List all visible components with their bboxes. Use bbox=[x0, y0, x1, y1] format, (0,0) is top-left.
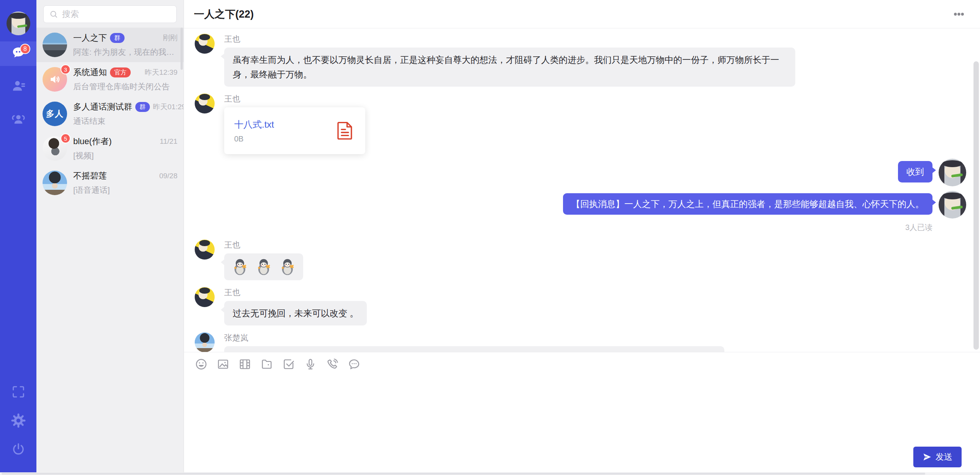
messages-scrollbar-thumb[interactable] bbox=[973, 61, 979, 350]
conversation-time: 昨天12:39 bbox=[141, 67, 177, 77]
file-button[interactable] bbox=[260, 358, 273, 371]
sender-avatar[interactable] bbox=[195, 34, 215, 54]
sender-name: 王也 bbox=[224, 34, 795, 44]
task-button[interactable] bbox=[282, 358, 295, 371]
message-bubble: 虽有幸生而为人，也不要以万物灵长自居，正是这种妄自尊大的想法，才阻碍了人类的进步… bbox=[224, 48, 795, 87]
unread-badge: 3 bbox=[61, 64, 71, 74]
file-attachment-card[interactable]: 十八式.txt 0B bbox=[224, 107, 365, 154]
penguin-sticker bbox=[230, 257, 250, 276]
sender-name: 张楚岚 bbox=[224, 332, 724, 343]
ellipsis-icon bbox=[952, 8, 965, 21]
send-label: 发送 bbox=[936, 451, 952, 463]
group-avatar bbox=[43, 33, 67, 57]
rail-bottom bbox=[0, 380, 36, 475]
sender-name: 王也 bbox=[224, 287, 367, 298]
search-box[interactable] bbox=[43, 5, 177, 23]
conversation-name: blue(作者) bbox=[73, 136, 112, 147]
chat-title: 一人之下(22) bbox=[194, 7, 254, 21]
contacts-icon bbox=[11, 78, 26, 95]
smiley-icon bbox=[195, 358, 208, 371]
emoji-picker-button[interactable] bbox=[195, 358, 208, 371]
nav-rail: 8 bbox=[0, 0, 36, 475]
blue-author-avatar: 5 bbox=[43, 136, 67, 161]
fullscreen-button[interactable] bbox=[0, 380, 36, 405]
groups-icon bbox=[11, 111, 26, 128]
message-incoming: 王也 过去无可挽回，未来可以改变 。 bbox=[195, 287, 966, 325]
call-button[interactable] bbox=[326, 358, 339, 371]
penguin-sticker bbox=[278, 257, 297, 276]
nav-contacts[interactable] bbox=[0, 74, 36, 99]
message-input[interactable] bbox=[195, 376, 969, 470]
search-input[interactable] bbox=[62, 9, 171, 19]
list-scrollbar-thumb[interactable] bbox=[181, 28, 183, 70]
folder-icon bbox=[260, 358, 273, 371]
send-button[interactable]: 发送 bbox=[913, 447, 962, 467]
group-badge: 群 bbox=[110, 33, 125, 43]
composer: 发送 bbox=[184, 352, 980, 475]
penguin-sticker bbox=[254, 257, 273, 276]
message-bubble: 过去无可挽回，未来可以改变 。 bbox=[224, 301, 367, 325]
conversation-item[interactable]: 3 系统通知 官方 昨天12:39 后台管理仓库临时关闭公告 bbox=[36, 62, 184, 97]
image-icon bbox=[217, 358, 230, 371]
sender-avatar[interactable] bbox=[195, 94, 215, 113]
composer-toolbar bbox=[195, 358, 969, 371]
avatar-text: 多人 bbox=[46, 108, 64, 120]
message-list: 王也 虽有幸生而为人，也不要以万物灵长自居，正是这种妄自尊大的想法，才阻碍了人类… bbox=[184, 28, 980, 352]
message-bubble: 【回执消息】一人之下，万人之上，但真正的强者，是那些能够超越自我、心怀天下的人。 bbox=[563, 193, 932, 215]
sender-name: 王也 bbox=[224, 240, 303, 250]
conversation-name: 多人通话测试群 bbox=[73, 101, 132, 113]
film-icon bbox=[238, 358, 251, 371]
conversation-name: 系统通知 bbox=[73, 67, 107, 78]
own-avatar[interactable] bbox=[939, 191, 966, 219]
search-area bbox=[36, 0, 184, 28]
sender-avatar[interactable] bbox=[195, 287, 215, 307]
system-notice-avatar: 3 bbox=[43, 67, 67, 92]
message-bubble: 作为朋友，现在的我没法保证救你逃出生天，我能保证的只有...如果你真的会遭遇到什… bbox=[224, 346, 724, 352]
message-incoming-file: 王也 十八式.txt 0B bbox=[195, 94, 966, 154]
group-badge: 群 bbox=[135, 102, 150, 112]
more-menu-button[interactable] bbox=[952, 8, 965, 21]
sender-name: 王也 bbox=[224, 94, 365, 104]
conversation-time: 昨天01:29 bbox=[150, 102, 184, 112]
video-button[interactable] bbox=[238, 358, 251, 371]
conversation-item[interactable]: 5 blue(作者) 11/21 [视频] bbox=[36, 131, 184, 166]
sticker-bubble bbox=[224, 253, 303, 280]
logout-button[interactable] bbox=[0, 438, 36, 462]
horizontal-scrollbar[interactable] bbox=[0, 472, 980, 475]
image-button[interactable] bbox=[217, 358, 230, 371]
conversation-list-panel: 一人之下 群 刚刚 阿莲: 作为朋友，现在的我没法... 3 系统通知 官方 bbox=[36, 0, 184, 475]
conversation-preview: 后台管理仓库临时关闭公告 bbox=[73, 81, 177, 92]
app-window: 8 bbox=[0, 0, 980, 475]
nav-groups[interactable] bbox=[0, 107, 36, 132]
paper-plane-icon bbox=[923, 452, 932, 462]
nav-chats[interactable]: 8 bbox=[0, 41, 36, 66]
rail-nav: 8 bbox=[0, 41, 36, 140]
read-receipt: 3人已读 bbox=[905, 222, 932, 233]
conversation-time: 09/28 bbox=[156, 172, 177, 180]
own-avatar[interactable] bbox=[939, 159, 966, 186]
fullscreen-icon bbox=[11, 384, 26, 401]
sender-avatar[interactable] bbox=[195, 332, 215, 352]
settings-button[interactable] bbox=[0, 409, 36, 434]
conversation-item[interactable]: 不摇碧莲 09/28 [语音通话] bbox=[36, 166, 184, 200]
current-user-avatar[interactable] bbox=[7, 12, 30, 35]
gear-icon bbox=[11, 413, 26, 430]
conversation-preview: [语音通话] bbox=[73, 185, 177, 196]
conversation-items: 一人之下 群 刚刚 阿莲: 作为朋友，现在的我没法... 3 系统通知 官方 bbox=[36, 28, 184, 475]
multi-call-group-avatar: 多人 bbox=[43, 102, 67, 126]
search-icon bbox=[49, 10, 58, 19]
conversation-item[interactable]: 一人之下 群 刚刚 阿莲: 作为朋友，现在的我没法... bbox=[36, 28, 184, 62]
file-size: 0B bbox=[234, 135, 335, 143]
conversation-item[interactable]: 多人 多人通话测试群 群 昨天01:29 通话结束 bbox=[36, 97, 184, 131]
horizontal-scrollbar-thumb[interactable] bbox=[2, 473, 925, 475]
microphone-icon bbox=[304, 358, 317, 371]
unread-badge: 5 bbox=[61, 133, 71, 143]
conversation-preview: 阿莲: 作为朋友，现在的我没法... bbox=[73, 47, 177, 58]
file-name[interactable]: 十八式.txt bbox=[234, 118, 335, 131]
message-incoming-sticker: 王也 bbox=[195, 240, 966, 280]
sender-avatar[interactable] bbox=[195, 240, 215, 260]
chat-header: 一人之下(22) bbox=[184, 0, 980, 28]
message-outgoing: 收到 bbox=[195, 161, 966, 186]
history-button[interactable] bbox=[348, 358, 361, 371]
voice-button[interactable] bbox=[304, 358, 317, 371]
